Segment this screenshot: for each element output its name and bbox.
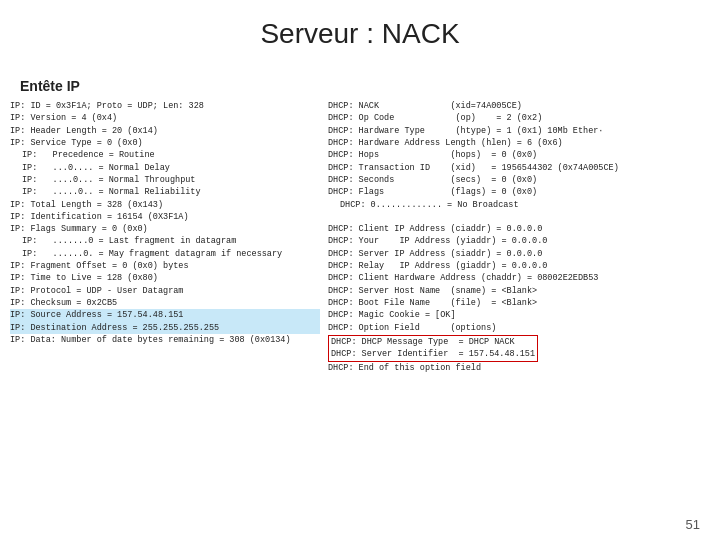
dhcp-chaddr: DHCP: Client Hardware Address (chaddr) =…: [328, 272, 710, 284]
left-line-14: IP: Fragment Offset = 0 (0x0) bytes: [10, 260, 320, 272]
left-line-1: IP: ID = 0x3F1A; Proto = UDP; Len: 328: [10, 100, 320, 112]
right-panel: DHCP: NACK (xid=74A005CE) DHCP: Op Code …: [328, 100, 710, 510]
left-line-9: IP: Total Length = 328 (0x143): [10, 199, 320, 211]
left-line-12: IP: .......0 = Last fragment in datagram: [10, 235, 320, 247]
page-number: 51: [686, 517, 700, 532]
left-line-2: IP: Version = 4 (0x4): [10, 112, 320, 124]
left-line-16: IP: Protocol = UDP - User Datagram: [10, 285, 320, 297]
dhcp-broadcast: DHCP: 0............. = No Broadcast: [328, 199, 710, 211]
left-line-13: IP: ......0. = May fragment datagram if …: [10, 248, 320, 260]
section-label: Entête IP: [20, 78, 80, 94]
dhcp-opcode: DHCP: Op Code (op) = 2 (0x2): [328, 112, 710, 124]
dhcp-msg-type: DHCP: DHCP Message Type = DHCP NACK: [331, 336, 535, 348]
dst-address-line: IP: Destination Address = 255.255.255.25…: [10, 322, 320, 334]
dhcp-secs: DHCP: Seconds (secs) = 0 (0x0): [328, 174, 710, 186]
dhcp-giaddr: DHCP: Relay IP Address (giaddr) = 0.0.0.…: [328, 260, 710, 272]
dhcp-highlight-block: DHCP: DHCP Message Type = DHCP NACK DHCP…: [328, 335, 538, 362]
left-line-7: IP: ....0... = Normal Throughput: [10, 174, 320, 186]
dhcp-file: DHCP: Boot File Name (file) = <Blank>: [328, 297, 710, 309]
left-panel: IP: ID = 0x3F1A; Proto = UDP; Len: 328 I…: [10, 100, 320, 510]
left-line-6: IP: ...0.... = Normal Delay: [10, 162, 320, 174]
dhcp-spacer: [328, 211, 710, 223]
left-line-10: IP: Identification = 16154 (0X3F1A): [10, 211, 320, 223]
left-line-8: IP: .....0.. = Normal Reliability: [10, 186, 320, 198]
title: Serveur : NACK: [0, 0, 720, 60]
dhcp-magic: DHCP: Magic Cookie = [OK]: [328, 309, 710, 321]
dhcp-hops: DHCP: Hops (hops) = 0 (0x0): [328, 149, 710, 161]
dhcp-siaddr: DHCP: Server IP Address (siaddr) = 0.0.0…: [328, 248, 710, 260]
dhcp-sname: DHCP: Server Host Name (sname) = <Blank>: [328, 285, 710, 297]
dhcp-hwtype: DHCP: Hardware Type (htype) = 1 (0x1) 10…: [328, 125, 710, 137]
dhcp-ciaddr: DHCP: Client IP Address (ciaddr) = 0.0.0…: [328, 223, 710, 235]
dhcp-flags: DHCP: Flags (flags) = 0 (0x0): [328, 186, 710, 198]
left-line-4: IP: Service Type = 0 (0x0): [10, 137, 320, 149]
left-line-15: IP: Time to Live = 128 (0x80): [10, 272, 320, 284]
dhcp-header: DHCP: NACK (xid=74A005CE): [328, 100, 710, 112]
dhcp-options-label: DHCP: Option Field (options): [328, 322, 710, 334]
content-area: IP: ID = 0x3F1A; Proto = UDP; Len: 328 I…: [10, 100, 710, 510]
dhcp-hwlen: DHCP: Hardware Address Length (hlen) = 6…: [328, 137, 710, 149]
src-address-line: IP: Source Address = 157.54.48.151: [10, 309, 320, 321]
left-line-11: IP: Flags Summary = 0 (0x0): [10, 223, 320, 235]
dhcp-end: DHCP: End of this option field: [328, 362, 710, 374]
left-line-5: IP: Precedence = Routine: [10, 149, 320, 161]
left-line-18: IP: Data: Number of date bytes remaining…: [10, 334, 320, 346]
left-line-17: IP: Checksum = 0x2CB5: [10, 297, 320, 309]
dhcp-xid: DHCP: Transaction ID (xid) = 1956544302 …: [328, 162, 710, 174]
dhcp-yiaddr: DHCP: Your IP Address (yiaddr) = 0.0.0.0: [328, 235, 710, 247]
dhcp-server-id: DHCP: Server Identifier = 157.54.48.151: [331, 348, 535, 360]
left-line-3: IP: Header Length = 20 (0x14): [10, 125, 320, 137]
